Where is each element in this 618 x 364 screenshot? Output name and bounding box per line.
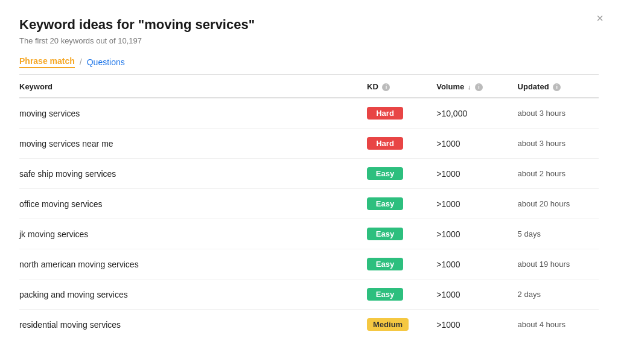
updated-cell: 2 days — [518, 279, 599, 310]
table-row: safe ship moving services Easy >1000 abo… — [19, 159, 599, 189]
table-row: jk moving services Easy >1000 5 days — [19, 219, 599, 249]
updated-cell: about 20 hours — [518, 189, 599, 219]
modal-title: Keyword ideas for "moving services" — [19, 17, 599, 33]
kd-cell: Hard — [367, 98, 436, 129]
table-row: moving services near me Hard >1000 about… — [19, 129, 599, 159]
col-header-kd: KD i — [367, 75, 436, 98]
kd-cell: Easy — [367, 219, 436, 249]
volume-cell: >1000 — [436, 219, 517, 249]
kd-cell: Medium — [367, 310, 436, 340]
table-body: moving services Hard >10,000 about 3 hou… — [19, 98, 599, 339]
table-row: packing and moving services Easy >1000 2… — [19, 279, 599, 310]
col-header-updated: Updated i — [518, 75, 599, 98]
volume-info-icon[interactable]: i — [475, 83, 483, 91]
keyword-cell: jk moving services — [19, 219, 367, 249]
kd-info-icon[interactable]: i — [382, 83, 390, 91]
kd-cell: Easy — [367, 159, 436, 189]
keywords-table: Keyword KD i Volume ↓ i Updated i — [19, 75, 599, 339]
volume-cell: >1000 — [436, 310, 517, 340]
tabs-row: Phrase match / Questions — [19, 56, 599, 75]
kd-badge: Easy — [367, 288, 403, 301]
close-button[interactable]: × — [596, 12, 604, 24]
volume-cell: >1000 — [436, 159, 517, 189]
tab-divider: / — [80, 57, 82, 67]
kd-cell: Easy — [367, 249, 436, 279]
table-wrapper: Keyword KD i Volume ↓ i Updated i — [19, 75, 599, 339]
modal-container: × Keyword ideas for "moving services" Th… — [0, 0, 618, 364]
updated-cell: about 2 hours — [518, 159, 599, 189]
updated-cell: about 19 hours — [518, 249, 599, 279]
kd-badge: Hard — [367, 137, 403, 150]
table-header-row: Keyword KD i Volume ↓ i Updated i — [19, 75, 599, 98]
keyword-cell: north american moving services — [19, 249, 367, 279]
updated-cell: 5 days — [518, 219, 599, 249]
table-row: north american moving services Easy >100… — [19, 249, 599, 279]
table-row: office moving services Easy >1000 about … — [19, 189, 599, 219]
keyword-cell: safe ship moving services — [19, 159, 367, 189]
kd-badge: Easy — [367, 258, 403, 270]
modal-subtitle: The first 20 keywords out of 10,197 — [19, 36, 599, 45]
keyword-cell: packing and moving services — [19, 279, 367, 310]
kd-cell: Hard — [367, 129, 436, 159]
tab-questions[interactable]: Questions — [87, 57, 125, 67]
col-header-volume: Volume ↓ i — [436, 75, 517, 98]
kd-cell: Easy — [367, 279, 436, 310]
volume-cell: >1000 — [436, 189, 517, 219]
keyword-cell: moving services — [19, 98, 367, 129]
volume-cell: >1000 — [436, 279, 517, 310]
table-row: residential moving services Medium >1000… — [19, 310, 599, 340]
table-row: moving services Hard >10,000 about 3 hou… — [19, 98, 599, 129]
keyword-cell: moving services near me — [19, 129, 367, 159]
kd-badge: Medium — [367, 318, 409, 331]
keyword-cell: residential moving services — [19, 310, 367, 340]
volume-cell: >1000 — [436, 249, 517, 279]
updated-cell: about 3 hours — [518, 129, 599, 159]
updated-info-icon[interactable]: i — [553, 83, 561, 91]
kd-badge: Easy — [367, 167, 403, 180]
keyword-cell: office moving services — [19, 189, 367, 219]
kd-badge: Easy — [367, 228, 403, 240]
kd-cell: Easy — [367, 189, 436, 219]
kd-badge: Easy — [367, 197, 403, 210]
updated-cell: about 3 hours — [518, 98, 599, 129]
col-header-keyword: Keyword — [19, 75, 367, 98]
volume-cell: >1000 — [436, 129, 517, 159]
updated-cell: about 4 hours — [518, 310, 599, 340]
volume-sort-icon[interactable]: ↓ — [468, 83, 471, 91]
kd-badge: Hard — [367, 107, 403, 120]
volume-cell: >10,000 — [436, 98, 517, 129]
tab-phrase-match[interactable]: Phrase match — [19, 56, 75, 68]
